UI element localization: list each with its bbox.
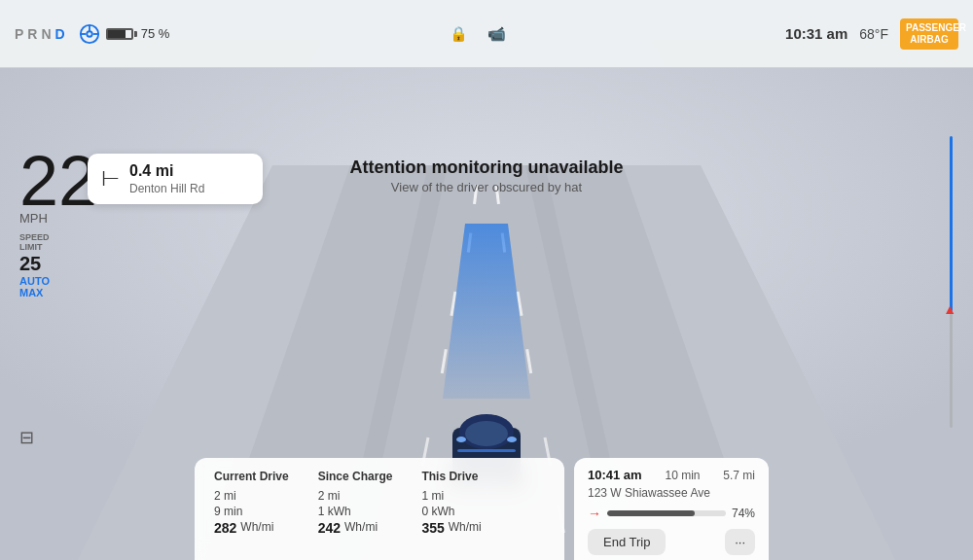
stats-section: Current Drive 2 mi 9 min 282 Wh/mi Since… bbox=[195, 458, 564, 560]
trip-distance: 5.7 mi bbox=[723, 469, 755, 482]
this-drive-efficiency-unit: Wh/mi bbox=[449, 520, 482, 536]
current-time: 10:31 am bbox=[785, 25, 847, 42]
speed-limit-display: SPEED LIMIT 25 AUTO MAX bbox=[19, 233, 50, 298]
dashcam-icon: 📹 bbox=[487, 25, 506, 43]
svg-point-30 bbox=[507, 437, 517, 442]
trip-header: 10:41 am 10 min 5.7 mi bbox=[588, 468, 755, 482]
current-drive-stats: Current Drive 2 mi 9 min 282 Wh/mi bbox=[214, 470, 289, 548]
nav-info: 0.4 mi Denton Hill Rd bbox=[129, 161, 204, 196]
speed-value: 22 bbox=[19, 146, 97, 216]
status-center: 🔒 📹 bbox=[169, 25, 785, 43]
auto-label: AUTO bbox=[19, 275, 50, 287]
since-charge-title: Since Charge bbox=[318, 470, 393, 483]
svg-point-24 bbox=[465, 421, 508, 446]
svg-point-5 bbox=[87, 31, 92, 37]
trip-battery-percent: 74% bbox=[732, 507, 755, 520]
this-drive-kwh: 0 kWh bbox=[421, 505, 481, 518]
battery-icon bbox=[106, 28, 137, 40]
more-options-button[interactable]: ··· bbox=[725, 529, 755, 555]
media-controls[interactable]: ⊟ bbox=[19, 427, 34, 448]
nav-distance: 0.4 mi bbox=[129, 161, 204, 182]
trip-duration: 10 min bbox=[665, 469, 700, 482]
max-label: MAX bbox=[19, 287, 50, 298]
current-drive-minutes: 9 min bbox=[214, 505, 289, 518]
route-progress bbox=[950, 136, 953, 311]
route-progress-bar: ▲ bbox=[945, 136, 958, 428]
current-drive-efficiency-row: 282 Wh/mi bbox=[214, 520, 289, 536]
since-charge-efficiency: 242 bbox=[318, 520, 341, 536]
battery-percent: 75 % bbox=[141, 26, 170, 41]
speed-limit-value: 25 bbox=[19, 253, 50, 275]
this-drive-efficiency-row: 355 Wh/mi bbox=[421, 520, 481, 536]
since-charge-kwh: 1 kWh bbox=[318, 505, 393, 518]
battery-section: 75 % bbox=[106, 26, 170, 41]
nav-street: Denton Hill Rd bbox=[129, 182, 204, 197]
end-trip-button[interactable]: End Trip bbox=[588, 529, 666, 555]
svg-rect-31 bbox=[457, 449, 516, 452]
this-drive-title: This Drive bbox=[421, 470, 481, 483]
lock-icon: 🔒 bbox=[450, 25, 468, 43]
autopilot-icon bbox=[79, 23, 100, 45]
route-position-arrow: ▲ bbox=[943, 301, 956, 317]
since-charge-efficiency-row: 242 Wh/mi bbox=[318, 520, 393, 536]
alert-subtitle: View of the driver obscured by hat bbox=[349, 180, 623, 194]
since-charge-stats: Since Charge 2 mi 1 kWh 242 Wh/mi bbox=[318, 470, 393, 548]
d-selector[interactable]: D bbox=[55, 26, 65, 42]
status-right: 10:31 am 68°F PASSENGER AIRBAG bbox=[785, 18, 958, 50]
r-selector[interactable]: R bbox=[27, 26, 37, 42]
p-selector[interactable]: P bbox=[15, 26, 23, 42]
media-icon[interactable]: ⊟ bbox=[19, 428, 34, 447]
svg-point-29 bbox=[456, 437, 466, 442]
speed-limit-label2: LIMIT bbox=[19, 243, 50, 253]
current-drive-title: Current Drive bbox=[214, 470, 289, 483]
since-charge-efficiency-unit: Wh/mi bbox=[344, 520, 378, 536]
trip-buttons: End Trip ··· bbox=[588, 529, 755, 555]
trip-battery-fill bbox=[607, 510, 695, 516]
trip-battery-bar bbox=[607, 510, 726, 516]
alert-message: Attention monitoring unavailable View of… bbox=[349, 158, 623, 194]
n-selector[interactable]: N bbox=[41, 26, 51, 42]
trip-card: 10:41 am 10 min 5.7 mi 123 W Shiawassee … bbox=[574, 458, 769, 560]
since-charge-miles: 2 mi bbox=[318, 489, 393, 503]
current-drive-miles: 2 mi bbox=[214, 489, 289, 503]
status-bar: P R N D 75 % 🔒 📹 10:31 am 68°F PASSENGER… bbox=[0, 0, 973, 68]
current-drive-efficiency: 282 bbox=[214, 520, 236, 536]
navigation-card[interactable]: ⊢ 0.4 mi Denton Hill Rd bbox=[88, 154, 263, 204]
speed-display: 22 MPH bbox=[19, 146, 97, 226]
trip-arrival-time: 10:41 am bbox=[588, 468, 642, 482]
prnd-selector[interactable]: P R N D bbox=[15, 26, 65, 42]
this-drive-miles: 1 mi bbox=[421, 489, 481, 503]
alert-title: Attention monitoring unavailable bbox=[349, 158, 623, 178]
current-drive-efficiency-unit: Wh/mi bbox=[240, 520, 273, 536]
this-drive-efficiency: 355 bbox=[421, 520, 444, 536]
trip-address: 123 W Shiawassee Ave bbox=[588, 486, 755, 500]
this-drive-stats: This Drive 1 mi 0 kWh 355 Wh/mi bbox=[421, 470, 481, 548]
trip-arrow-icon: → bbox=[588, 506, 601, 521]
bottom-panel: Current Drive 2 mi 9 min 282 Wh/mi Since… bbox=[0, 458, 973, 560]
turn-arrow: ⊢ bbox=[101, 166, 120, 192]
airbag-warning: PASSENGER AIRBAG bbox=[900, 18, 958, 50]
trip-battery-row: → 74% bbox=[588, 506, 755, 521]
temperature: 68°F bbox=[859, 26, 888, 42]
dashboard: 22 MPH SPEED LIMIT 25 AUTO MAX ⊟ ⊢ 0.4 m… bbox=[0, 68, 973, 560]
